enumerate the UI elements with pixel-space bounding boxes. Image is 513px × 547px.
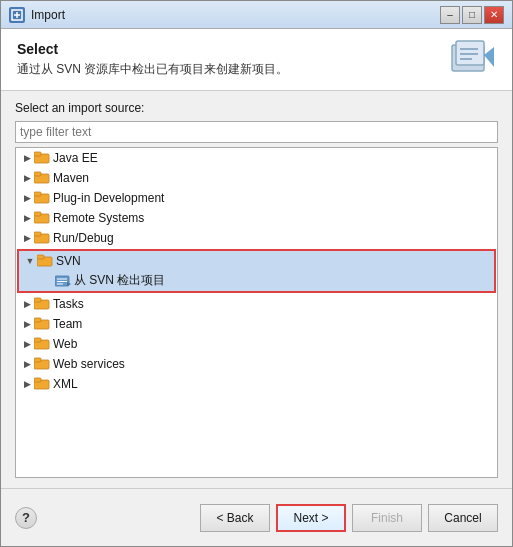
filter-input[interactable] (15, 121, 498, 143)
toggle-tasks: ▶ (20, 297, 34, 311)
svg-rect-16 (34, 212, 41, 216)
toggle-web-services: ▶ (20, 357, 34, 371)
svn-highlighted-group: ▼ SVN (17, 249, 496, 293)
toggle-web: ▶ (20, 337, 34, 351)
help-button[interactable]: ? (15, 507, 37, 529)
svg-rect-20 (37, 255, 44, 259)
tree-label-java-ee: Java EE (53, 151, 98, 165)
wizard-icon (448, 37, 496, 77)
tree-container: ▶ Java EE ▶ Maven ▶ Plug-in Dev (15, 147, 498, 478)
source-label: Select an import source: (15, 101, 498, 115)
tree-label-svn: SVN (56, 254, 81, 268)
window-controls: – □ ✕ (440, 6, 504, 24)
tree-item-team[interactable]: ▶ Team (16, 314, 497, 334)
tree-item-svn-checkout[interactable]: 从 SVN 检出项目 (19, 271, 494, 291)
toggle-xml: ▶ (20, 377, 34, 391)
import-dialog: Import – □ ✕ Select 通过从 SVN 资源库中检出已有项目来创… (0, 0, 513, 547)
svg-rect-4 (456, 41, 484, 65)
toggle-maven: ▶ (20, 171, 34, 185)
minimize-button[interactable]: – (440, 6, 460, 24)
tree-item-remote[interactable]: ▶ Remote Systems (16, 208, 497, 228)
svg-rect-18 (34, 232, 41, 236)
tree-item-tasks[interactable]: ▶ Tasks (16, 294, 497, 314)
folder-icon-plugin (34, 191, 50, 204)
svg-rect-33 (34, 358, 41, 362)
tree-label-plugin: Plug-in Development (53, 191, 164, 205)
title-bar: Import – □ ✕ (1, 1, 512, 29)
tree-item-web-services[interactable]: ▶ Web services (16, 354, 497, 374)
svg-rect-10 (34, 152, 41, 156)
tree-item-run-debug[interactable]: ▶ Run/Debug (16, 228, 497, 248)
tree-item-maven[interactable]: ▶ Maven (16, 168, 497, 188)
finish-button[interactable]: Finish (352, 504, 422, 532)
tree-item-svn[interactable]: ▼ SVN (19, 251, 494, 271)
maximize-button[interactable]: □ (462, 6, 482, 24)
folder-icon-tasks (34, 297, 50, 310)
close-button[interactable]: ✕ (484, 6, 504, 24)
tree-label-xml: XML (53, 377, 78, 391)
toggle-team: ▶ (20, 317, 34, 331)
folder-icon-remote (34, 211, 50, 224)
toggle-run-debug: ▶ (20, 231, 34, 245)
folder-icon-team (34, 317, 50, 330)
tree-label-remote: Remote Systems (53, 211, 144, 225)
toggle-java-ee: ▶ (20, 151, 34, 165)
svg-marker-5 (484, 47, 494, 67)
svg-rect-35 (34, 378, 41, 382)
tree-label-svn-checkout: 从 SVN 检出项目 (74, 272, 165, 289)
toggle-remote: ▶ (20, 211, 34, 225)
window-icon (9, 7, 25, 23)
tree-label-team: Team (53, 317, 82, 331)
svg-rect-29 (34, 318, 41, 322)
svg-rect-14 (34, 192, 41, 196)
tree-label-web-services: Web services (53, 357, 125, 371)
footer-buttons: < Back Next > Finish Cancel (200, 504, 498, 532)
header-title: Select (17, 41, 288, 57)
toggle-plugin: ▶ (20, 191, 34, 205)
back-button[interactable]: < Back (200, 504, 270, 532)
svg-rect-27 (34, 298, 41, 302)
window-title: Import (31, 8, 440, 22)
tree-label-run-debug: Run/Debug (53, 231, 114, 245)
svn-checkout-icon (55, 274, 71, 288)
folder-icon-svn (37, 254, 53, 267)
toggle-svn: ▼ (23, 254, 37, 268)
cancel-button[interactable]: Cancel (428, 504, 498, 532)
header-description: 通过从 SVN 资源库中检出已有项目来创建新项目。 (17, 61, 288, 78)
svg-rect-31 (34, 338, 41, 342)
content-section: Select an import source: ▶ Java EE ▶ Mav… (1, 91, 512, 488)
tree-item-plugin[interactable]: ▶ Plug-in Development (16, 188, 497, 208)
folder-icon-xml (34, 377, 50, 390)
tree-label-tasks: Tasks (53, 297, 84, 311)
folder-icon-web-services (34, 357, 50, 370)
footer-section: ? < Back Next > Finish Cancel (1, 488, 512, 546)
tree-item-web[interactable]: ▶ Web (16, 334, 497, 354)
folder-icon-run-debug (34, 231, 50, 244)
svg-rect-12 (34, 172, 41, 176)
folder-icon-maven (34, 171, 50, 184)
tree-label-maven: Maven (53, 171, 89, 185)
header-section: Select 通过从 SVN 资源库中检出已有项目来创建新项目。 (1, 29, 512, 91)
folder-icon-java-ee (34, 151, 50, 164)
footer-left: ? (15, 507, 37, 529)
next-button[interactable]: Next > (276, 504, 346, 532)
folder-icon-web (34, 337, 50, 350)
tree-item-xml[interactable]: ▶ XML (16, 374, 497, 394)
tree-label-web: Web (53, 337, 77, 351)
tree-item-java-ee[interactable]: ▶ Java EE (16, 148, 497, 168)
